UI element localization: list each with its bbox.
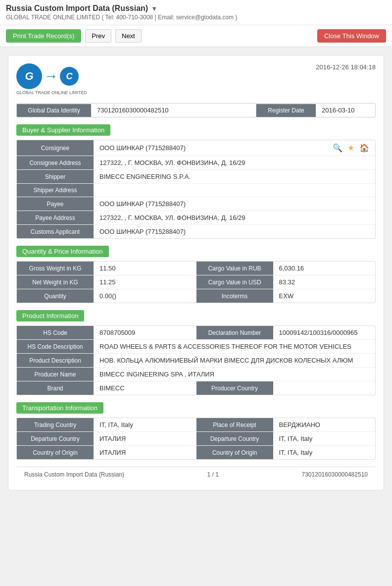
cargo-usd-value: 83.32 xyxy=(273,275,376,289)
producer-country-half: Producer Country xyxy=(196,381,376,395)
buyer-supplier-section: Buyer & Supplier Information Consignee О… xyxy=(16,124,376,239)
place-of-receipt-half: Place of Receipt ВЕРДЖИАНО xyxy=(196,418,376,431)
cargo-rub-value: 6,030.16 xyxy=(273,262,376,275)
country-of-origin-right-half: Country of Origin IT, ITA, Italy xyxy=(196,446,376,459)
customs-applicant-value: ООО ШИНКАР (7715288407) xyxy=(94,225,375,238)
consignee-address-label: Consignee Address xyxy=(17,156,94,169)
home-icon[interactable]: 🏠 xyxy=(359,143,369,153)
payee-value: ООО ШИНКАР (7715288407) xyxy=(94,197,375,211)
print-button[interactable]: Print Trade Record(s) xyxy=(6,29,81,43)
hs-desc-row: HS Code Description ROAD WHEELS & PARTS … xyxy=(17,340,375,354)
logo-graphic: G → C xyxy=(16,63,79,89)
trading-country-value: IT, ITA, Italy xyxy=(94,418,196,431)
record-header: G → C GLOBAL TRADE ONLINE LIMITED 2016-1… xyxy=(16,63,376,95)
cargo-usd-label: Cargo Value in USD xyxy=(196,275,273,289)
hs-desc-value: ROAD WHEELS & PARTS & ACCESSORIES THEREO… xyxy=(94,340,375,353)
incoterms-label: Incoterms xyxy=(196,289,273,303)
quantity-price-title: Quantity & Price Information xyxy=(16,246,109,257)
logo-company-name: GLOBAL TRADE ONLINE LIMITED xyxy=(16,90,87,95)
consignee-row: Consignee ООО ШИНКАР (7715288407) 🔍 ★ 🏠 xyxy=(17,140,375,156)
place-of-receipt-value: ВЕРДЖИАНО xyxy=(273,418,376,431)
next-button[interactable]: Next xyxy=(115,29,142,43)
payee-address-row: Payee Address 127322, , Г. МОСКВА, УЛ. Ф… xyxy=(17,211,375,225)
customs-applicant-label: Customs Applicant xyxy=(17,225,94,238)
trading-country-label: Trading Country xyxy=(17,418,94,431)
quantity-label: Quantity xyxy=(17,289,94,303)
country-of-origin-right-label: Country of Origin xyxy=(196,446,273,459)
shipper-label: Shipper xyxy=(17,170,94,183)
prev-button[interactable]: Prev xyxy=(85,29,111,43)
record-card: G → C GLOBAL TRADE ONLINE LIMITED 2016-1… xyxy=(8,55,384,490)
transportation-section: Transportation Information Trading Count… xyxy=(16,402,376,460)
net-weight-value: 11.25 xyxy=(94,275,196,289)
declaration-number-value: 10009142/100316/0000965 xyxy=(273,326,376,339)
hs-code-row: HS Code 8708705009 Declaration Number 10… xyxy=(17,326,375,340)
transportation-content: Trading Country IT, ITA, Italy Place of … xyxy=(16,418,376,460)
register-date-value: 2016-03-10 xyxy=(316,104,375,117)
prod-desc-row: Product Description НОВ. КОЛЬЦА АЛЮМИНИЕ… xyxy=(17,354,375,368)
record-timestamp: 2016-12-26 18:04:18 xyxy=(316,63,376,71)
brand-row: Brand BIMECC Producer Country xyxy=(17,381,375,395)
product-title: Product Information xyxy=(16,310,84,321)
page-title: Russia Custom Import Data (Russian) xyxy=(6,4,148,13)
logo-g-circle: G xyxy=(16,63,42,89)
identity-row: Global Data Identity 7301201603000048251… xyxy=(16,103,376,117)
shipper-address-label: Shipper Address xyxy=(17,184,94,197)
payee-label: Payee xyxy=(17,197,94,211)
payee-address-value: 127322, , Г. МОСКВА, УЛ. ФОНВИЗИНА, Д. 1… xyxy=(94,211,375,224)
brand-half: Brand BIMECC xyxy=(17,381,196,395)
net-weight-half: Net Weight in KG 11.25 xyxy=(17,275,196,289)
consignee-address-value: 127322, , Г. МОСКВА, УЛ. ФОНВИЗИНА, Д. 1… xyxy=(94,156,375,169)
cargo-rub-label: Cargo Value in RUB xyxy=(196,262,273,275)
quantity-row: Quantity 0.00() Incoterms EXW xyxy=(17,289,375,303)
departure-country-right-label: Departure Country xyxy=(196,432,273,445)
gross-weight-label: Gross Weight in KG xyxy=(17,262,94,275)
footer-bar: Russia Custom Import Data (Russian) 1 / … xyxy=(16,467,376,482)
shipper-address-row: Shipper Address xyxy=(17,184,375,197)
hs-code-label: HS Code xyxy=(17,326,94,339)
producer-country-value xyxy=(273,381,376,395)
hs-desc-label: HS Code Description xyxy=(17,340,94,353)
logo-arrow-icon: → xyxy=(44,68,58,84)
departure-country-right-value: IT, ITA, Italy xyxy=(273,432,376,445)
trading-country-row: Trading Country IT, ITA, Italy Place of … xyxy=(17,418,375,432)
cargo-rub-half: Cargo Value in RUB 6,030.16 xyxy=(196,262,376,275)
prod-desc-value: НОВ. КОЛЬЦА АЛЮМИНИЕВЫЙ МАРКИ BIMECC ДЛЯ… xyxy=(94,354,375,367)
trading-country-half: Trading Country IT, ITA, Italy xyxy=(17,418,196,431)
footer-left: Russia Custom Import Data (Russian) xyxy=(24,471,124,478)
toolbar: Print Trade Record(s) Prev Next Close Th… xyxy=(0,25,392,47)
global-data-identity-label: Global Data Identity xyxy=(17,104,91,117)
footer-right: 73012016030000482510 xyxy=(302,471,368,478)
departure-country-right-half: Departure Country IT, ITA, Italy xyxy=(196,432,376,445)
quantity-price-content: Gross Weight in KG 11.50 Cargo Value in … xyxy=(16,261,376,303)
declaration-number-label: Declaration Number xyxy=(196,326,273,339)
consignee-value: ООО ШИНКАР (7715288407) 🔍 ★ 🏠 xyxy=(94,140,375,156)
logo-c-circle: C xyxy=(60,67,79,86)
producer-name-row: Producer Name BIMECC INGINEERING SPA , И… xyxy=(17,368,375,381)
departure-country-left-label: Departure Country xyxy=(17,432,94,445)
net-weight-label: Net Weight in KG xyxy=(17,275,94,289)
close-button[interactable]: Close This Window xyxy=(317,29,386,43)
shipper-row: Shipper BIMECC ENGINEERING S.P.A. xyxy=(17,170,375,184)
brand-label: Brand xyxy=(17,381,94,395)
search-icon[interactable]: 🔍 xyxy=(333,143,343,153)
producer-name-label: Producer Name xyxy=(17,368,94,381)
consignee-label: Consignee xyxy=(17,140,94,156)
title-arrow[interactable]: ▼ xyxy=(151,5,157,12)
incoterms-half: Incoterms EXW xyxy=(196,289,376,303)
consignee-address-row: Consignee Address 127322, , Г. МОСКВА, У… xyxy=(17,156,375,170)
producer-name-value: BIMECC INGINEERING SPA , ИТАЛИЯ xyxy=(94,368,375,381)
footer-center: 1 / 1 xyxy=(207,471,219,478)
quantity-value: 0.00() xyxy=(94,289,196,303)
hs-code-half: HS Code 8708705009 xyxy=(17,326,196,339)
star-icon[interactable]: ★ xyxy=(347,143,354,153)
gross-weight-value: 11.50 xyxy=(94,262,196,275)
shipper-value: BIMECC ENGINEERING S.P.A. xyxy=(94,170,375,183)
product-section: Product Information HS Code 8708705009 D… xyxy=(16,310,376,395)
prod-desc-label: Product Description xyxy=(17,354,94,367)
country-of-origin-left-half: Country of Origin ИТАЛИЯ xyxy=(17,446,196,459)
product-content: HS Code 8708705009 Declaration Number 10… xyxy=(16,325,376,395)
country-of-origin-left-value: ИТАЛИЯ xyxy=(94,446,196,459)
gross-weight-half: Gross Weight in KG 11.50 xyxy=(17,262,196,275)
incoterms-value: EXW xyxy=(273,289,376,303)
